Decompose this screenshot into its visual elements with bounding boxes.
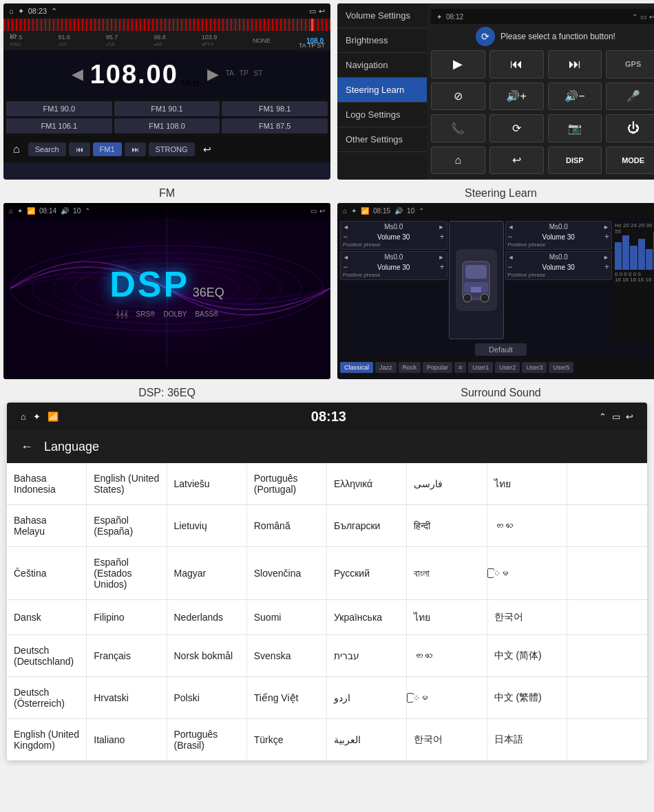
lang-cell[interactable]: Lietuvių: [167, 505, 247, 546]
surround-tab-classical[interactable]: Classical: [340, 362, 373, 373]
lang-cell[interactable]: Latviešu: [167, 463, 247, 504]
surround-tab-user2[interactable]: User2: [495, 362, 520, 373]
steering-cycle-btn[interactable]: ⟳: [489, 114, 544, 142]
lang-cell[interactable]: Română: [247, 505, 327, 546]
lang-cell[interactable]: English (United Kingdom): [7, 719, 87, 760]
fm-next-btn[interactable]: ⏭: [125, 142, 146, 156]
lang-cell[interactable]: हिन्दी: [407, 505, 487, 546]
preset-5[interactable]: FM1 108.0: [114, 118, 220, 133]
lang-cell[interactable]: Norsk bokmål: [167, 635, 247, 676]
freq-next-btn[interactable]: ▶: [207, 65, 219, 83]
steering-camera-btn[interactable]: 📷: [548, 114, 602, 142]
lang-cell[interactable]: বাংলা: [407, 547, 487, 599]
sidebar-navigation[interactable]: Navigation: [337, 53, 427, 78]
preset-6[interactable]: FM1 87.5: [222, 118, 328, 133]
lang-cell[interactable]: ꩦꩮ: [407, 635, 487, 676]
lang-cell[interactable]: Filipino: [87, 600, 167, 634]
lang-cell[interactable]: English (United States): [87, 463, 167, 504]
back-icon[interactable]: ↩: [319, 7, 325, 16]
lang-cell[interactable]: ꩦꩮ: [487, 505, 567, 546]
steering-undo-btn[interactable]: ↩: [489, 147, 544, 175]
home-icon[interactable]: ⌂: [9, 7, 14, 15]
lang-cell[interactable]: עברית: [327, 635, 407, 676]
lang-cell[interactable]: Italiano: [87, 719, 167, 760]
lang-cell[interactable]: 한국어: [407, 719, 487, 760]
lang-cell[interactable]: Tiếng Việt: [247, 677, 327, 718]
preset-2[interactable]: FM1 90.1: [114, 101, 220, 116]
surround-tab-jazz[interactable]: Jazz: [375, 362, 397, 373]
steering-power-btn[interactable]: ⏻: [606, 114, 654, 142]
sidebar-volume-settings[interactable]: Volume Settings: [337, 3, 427, 28]
steering-play-btn[interactable]: ▶: [431, 50, 485, 78]
lang-cell[interactable]: Español (España): [87, 505, 167, 546]
lang-cell[interactable]: اردو: [327, 677, 407, 718]
sidebar-steering-learn[interactable]: Steering Learn: [337, 78, 427, 103]
lang-cell[interactable]: Dansk: [7, 600, 87, 634]
steering-back-icon[interactable]: ↩: [649, 13, 654, 21]
lang-cell[interactable]: Türkçe: [247, 719, 327, 760]
lang-cell[interactable]: ไทย: [407, 600, 487, 634]
lang-cell[interactable]: Español (Estados Unidos): [87, 547, 167, 599]
steering-disp-btn[interactable]: DISP: [548, 147, 602, 175]
lang-cell[interactable]: 한국어: [487, 600, 567, 634]
dsp-back-icon[interactable]: ↩: [319, 207, 325, 215]
refresh-icon[interactable]: ⟳: [476, 27, 495, 46]
lang-cell[interactable]: Svenska: [247, 635, 327, 676]
preset-4[interactable]: FM1 106.1: [6, 118, 112, 133]
lang-back-icon[interactable]: ↩: [626, 412, 633, 422]
lang-cell[interactable]: Čeština: [7, 547, 87, 599]
lang-cell[interactable]: Slovenčina: [247, 547, 327, 599]
lang-cell[interactable]: Português (Portugal): [247, 463, 327, 504]
lang-cell[interactable]: Deutsch (Deutschland): [7, 635, 87, 676]
lang-cell[interactable]: 日本語: [487, 719, 567, 760]
lang-cell[interactable]: 中文 (繁體): [487, 677, 567, 718]
lang-cell[interactable]: Português (Brasil): [167, 719, 247, 760]
steering-gps-btn[interactable]: GPS: [606, 50, 654, 78]
steering-vol-up-btn[interactable]: 🔊+: [489, 83, 544, 111]
surround-default-btn[interactable]: Default: [475, 343, 527, 356]
lang-cell[interactable]: Русский: [327, 547, 407, 599]
sidebar-logo-settings[interactable]: Logo Settings: [337, 103, 427, 127]
lang-cell[interactable]: Deutsch (Österreich): [7, 677, 87, 718]
lang-cell[interactable]: Nederlands: [167, 600, 247, 634]
freq-prev-btn[interactable]: ◀: [72, 65, 83, 83]
lang-cell[interactable]: Suomi: [247, 600, 327, 634]
lang-cell[interactable]: العربية: [327, 719, 407, 760]
fm-strong-btn[interactable]: STRONG: [149, 142, 195, 156]
lang-cell[interactable]: فارسی: [407, 463, 487, 504]
lang-cell[interactable]: Hrvatski: [87, 677, 167, 718]
surround-tab-popular[interactable]: Popular: [423, 362, 452, 373]
surround-tab-user5[interactable]: User5: [549, 362, 573, 373]
surround-tab-user1[interactable]: User1: [468, 362, 493, 373]
lang-cell[interactable]: Български: [327, 505, 407, 546]
steering-mic-btn[interactable]: 🎤: [606, 83, 654, 111]
lang-cell[interactable]: ไทย: [487, 463, 567, 504]
lang-cell[interactable]: ြမ: [407, 677, 487, 718]
lang-cell[interactable]: Українська: [327, 600, 407, 634]
steering-next-btn[interactable]: ⏭: [548, 50, 602, 78]
preset-1[interactable]: FM1 90.0: [6, 101, 112, 116]
sidebar-other-settings[interactable]: Other Settings: [337, 127, 427, 152]
fm-back-btn[interactable]: ↩: [198, 141, 217, 158]
lang-cell[interactable]: Français: [87, 635, 167, 676]
lang-cell[interactable]: Polski: [167, 677, 247, 718]
steering-vol-down-btn[interactable]: 🔊−: [548, 83, 602, 111]
lang-back-btn[interactable]: ←: [21, 440, 33, 454]
steering-prev-btn[interactable]: ⏮: [489, 50, 544, 78]
sidebar-brightness[interactable]: Brightness: [337, 28, 427, 53]
steering-phone-btn[interactable]: 📞: [431, 114, 485, 142]
steering-home-btn[interactable]: ⌂: [431, 147, 485, 175]
lang-cell[interactable]: Bahasa Melayu: [7, 505, 87, 546]
steering-mute-btn[interactable]: ⊘: [431, 83, 485, 111]
preset-3[interactable]: FM1 98.1: [222, 101, 328, 116]
surround-tab-user3[interactable]: User3: [522, 362, 547, 373]
fm-source-btn[interactable]: FM1: [93, 142, 122, 156]
fm-prev-btn[interactable]: ⏮: [69, 142, 90, 156]
fm-home-btn[interactable]: ⌂: [8, 140, 25, 158]
surround-tab-eq[interactable]: ≡: [454, 362, 466, 373]
lang-cell[interactable]: 中文 (简体): [487, 635, 567, 676]
lang-cell[interactable]: Ελληνικά: [327, 463, 407, 504]
lang-cell[interactable]: ြမ: [487, 547, 567, 599]
fm-search-btn[interactable]: Search: [28, 142, 66, 156]
surround-tab-rock[interactable]: Rock: [399, 362, 421, 373]
